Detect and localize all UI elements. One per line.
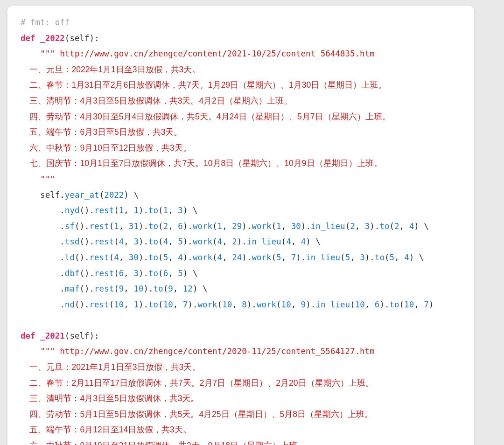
docstring-line-2022-6: 六、中秋节：9月10日至12日放假，共3天。 [21,143,191,153]
keyword-def: def [21,34,35,43]
docstring-line-2021-2: 二、春节：2月11日至17日放假调休，共7天。2月7日（星期日）、2月20日（星… [21,378,374,388]
comment-fmt-off: # fmt: off [21,18,70,27]
docstring-line-2022-5: 五、端午节：6月3日至5日放假，共3天。 [21,127,182,137]
code-block: # fmt: off def _2022(self): """ http://w… [21,15,463,445]
docstring-open: """ [40,49,55,58]
docstring-close: """ [40,174,55,184]
docstring-line-2021-4: 四、劳动节：5月1日至5日放假调休，共5天。4月25日（星期日）、5月8日（星期… [21,410,373,419]
fn-name-2021: _2021 [40,331,65,341]
fn-name-2022: _2022 [40,34,65,43]
keyword-def-2: def [21,331,35,341]
docstring-line-2022-2: 二、春节：1月31日至2月6日放假调休，共7天。1月29日（星期六）、1月30日… [21,80,386,90]
docstring-url-2022: http://www.gov.cn/zhengce/content/2021-1… [55,49,375,58]
code-card: # fmt: off def _2022(self): """ http://w… [7,6,474,445]
docstring-line-2021-5: 五、端午节：6月12日至14日放假，共3天。 [21,425,191,434]
docstring-line-2022-7: 七、国庆节：10月1日至7日放假调休，共7天。10月8日（星期六）、10月9日（… [21,159,382,168]
docstring-line-2022-4: 四、劳动节：4月30日至5月4日放假调休，共5天。4月24日（星期日）、5月7日… [21,112,391,121]
docstring-line-2021-3: 三、清明节：4月3日至5日放假调休，共3天。 [21,394,199,403]
docstring-line-2021-1: 一、元旦：2021年1月1日至3日放假，共3天。 [21,362,200,372]
docstring-line-2021-6: 六、中秋节：9月19日至21日放假调休，共3天。9月18日（星期六）上班。 [21,441,306,445]
docstring-line-2022-3: 三、清明节：4月3日至5日放假调休，共3天。4月2日（星期六）上班。 [21,96,292,105]
docstring-line-2022-1: 一、元旦：2022年1月1日至3日放假，共3天。 [21,65,200,74]
docstring-url-2021: http://www.gov.cn/zhengce/content/2020-1… [55,347,375,356]
